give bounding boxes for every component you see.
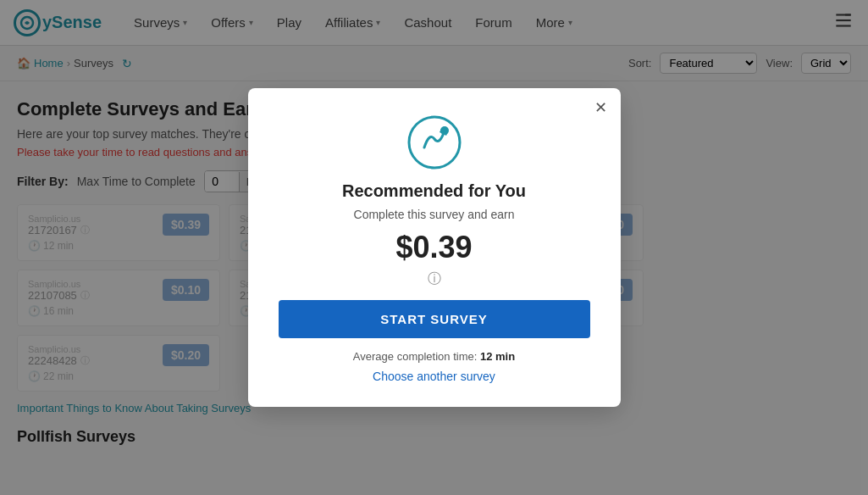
choose-another-survey-link[interactable]: Choose another survey — [373, 370, 495, 383]
modal: ✕ Recommended for You Complete this surv… — [248, 88, 621, 407]
modal-amount: $0.39 — [395, 230, 472, 265]
modal-close-button[interactable]: ✕ — [594, 100, 607, 115]
modal-title: Recommended for You — [342, 181, 526, 201]
svg-point-5 — [409, 117, 460, 168]
modal-subtitle: Complete this survey and earn — [354, 208, 515, 221]
modal-info-icon[interactable]: ⓘ — [428, 270, 441, 288]
modal-completion: Average completion time: 12 min — [353, 350, 515, 363]
modal-overlay: ✕ Recommended for You Complete this surv… — [0, 0, 868, 446]
modal-completion-time: 12 min — [480, 350, 515, 363]
start-survey-button[interactable]: START SURVEY — [279, 300, 590, 338]
survey-icon — [407, 115, 462, 170]
